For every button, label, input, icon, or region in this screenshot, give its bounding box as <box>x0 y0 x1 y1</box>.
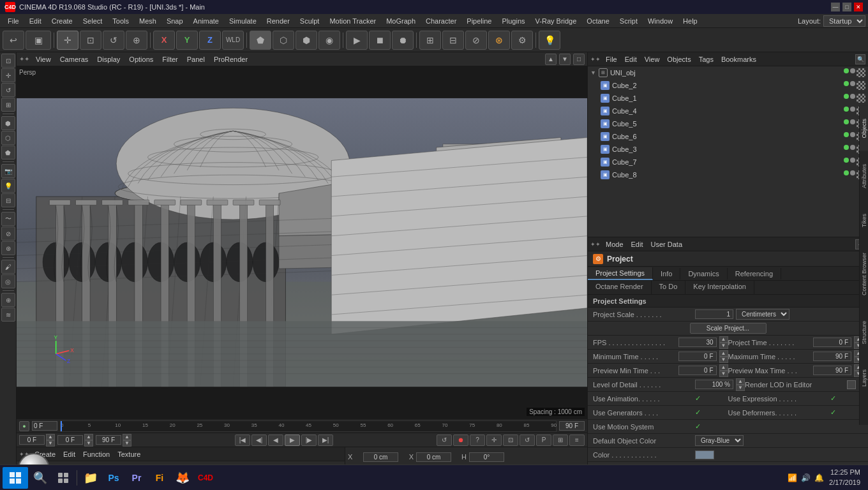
obj-item-cube1[interactable]: ▣ Cube_1 <box>598 92 868 105</box>
mintime-down[interactable]: ▼ <box>719 357 728 363</box>
menu-octane[interactable]: Octane <box>581 16 614 26</box>
viewport-prorender-menu[interactable]: ProRender <box>211 56 250 63</box>
network-icon[interactable]: 📶 <box>788 473 797 482</box>
lod-up[interactable]: ▲ <box>736 378 745 385</box>
close-button[interactable]: ✕ <box>854 3 863 11</box>
rs-tab-attributes[interactable]: Attributes <box>860 151 868 201</box>
render-dot-cube8[interactable] <box>850 170 855 175</box>
vis-dot-cube1[interactable] <box>844 94 849 99</box>
current-frame-input[interactable] <box>19 435 45 445</box>
attr-max-time-input[interactable] <box>813 352 851 361</box>
attr-tab-referencing[interactable]: Referencing <box>728 268 781 279</box>
attr-lod-input[interactable] <box>695 380 733 389</box>
play-button[interactable]: ▶ <box>346 31 368 50</box>
menu-edit[interactable]: Edit <box>24 16 47 26</box>
vis-dot-cube3[interactable] <box>844 145 849 150</box>
taskbar-pr-icon[interactable]: Pr <box>126 467 147 489</box>
range-end-input[interactable] <box>96 435 121 445</box>
extra-btn-4[interactable]: P <box>536 434 551 446</box>
obj-file-menu[interactable]: File <box>603 56 620 63</box>
left-tb-deform[interactable]: ⊛ <box>1 241 15 255</box>
render-dot-cube4[interactable] <box>850 107 855 112</box>
mat-function-menu[interactable]: Function <box>80 450 112 458</box>
notification-icon[interactable]: 🔔 <box>814 473 824 482</box>
attr-tab-dynamics[interactable]: Dynamics <box>680 268 727 279</box>
obj-item-uni[interactable]: ▼ ⊞ UNI_obj <box>588 66 868 79</box>
left-tb-nurbs[interactable]: ⊘ <box>1 226 15 241</box>
attr-tab-todo[interactable]: To Do <box>652 281 686 294</box>
select-tool-button[interactable]: ⊕ <box>126 31 147 50</box>
step-back-button[interactable]: ◀| <box>251 434 267 446</box>
points-mode-button[interactable]: ⬟ <box>250 31 271 50</box>
rotate-tool-button[interactable]: ↺ <box>103 31 124 50</box>
viewport-filter-menu[interactable]: Filter <box>160 56 180 63</box>
obj-item-cube6[interactable]: ▣ Cube_6 <box>598 130 868 143</box>
viewport-nav-up[interactable]: ▲ <box>545 54 557 65</box>
menu-tools[interactable]: Tools <box>107 16 134 26</box>
menu-vray[interactable]: V-Ray Bridge <box>530 16 582 26</box>
menu-create[interactable]: Create <box>47 16 78 26</box>
render-dot-cube6[interactable] <box>850 132 855 137</box>
render-dot-cube2[interactable] <box>850 81 855 86</box>
left-tb-move[interactable]: ✛ <box>1 68 15 82</box>
axis-z-button[interactable]: Z <box>199 31 221 50</box>
left-tb-camera[interactable]: 📷 <box>1 164 15 178</box>
taskbar-firefox-icon[interactable]: 🦊 <box>172 467 193 489</box>
go-end-button[interactable]: ▶| <box>318 434 333 446</box>
attr-project-scale-unit[interactable]: Centimeters <box>736 309 789 320</box>
taskbar-fi-icon[interactable]: Fi <box>149 467 170 489</box>
viewport-view-menu[interactable]: View <box>33 56 54 63</box>
render-button[interactable]: ⊛ <box>488 31 510 50</box>
keyframe-record[interactable]: ● <box>19 421 29 431</box>
attr-tab-info[interactable]: Info <box>653 268 680 279</box>
vis-dot-cube5[interactable] <box>844 119 849 124</box>
menu-help[interactable]: Help <box>678 16 703 26</box>
rs-tab-tikes[interactable]: Tikes <box>860 201 868 240</box>
obj-tags-menu[interactable]: Tags <box>696 56 716 63</box>
extra-btn-5[interactable]: ⊞ <box>553 434 568 446</box>
workplane-button[interactable]: ⊘ <box>465 31 487 50</box>
taskbar-explorer-icon[interactable]: 📁 <box>80 467 101 489</box>
render-dot-cube7[interactable] <box>850 158 855 163</box>
menu-motion-tracker[interactable]: Motion Tracker <box>324 16 381 26</box>
record-button[interactable]: ⏺ <box>392 31 414 50</box>
viewport-panel-menu[interactable]: Panel <box>184 56 207 63</box>
menu-window[interactable]: Window <box>643 16 678 26</box>
menu-simulate[interactable]: Simulate <box>224 16 262 26</box>
prevmin-down[interactable]: ▼ <box>719 371 728 377</box>
left-tb-sculpt[interactable]: ◎ <box>1 274 15 288</box>
obj-item-cube7[interactable]: ▣ Cube_7 <box>598 156 868 168</box>
viewport-display-menu[interactable]: Display <box>94 56 123 63</box>
extra-btn-2[interactable]: ⊡ <box>503 434 518 446</box>
menu-snap[interactable]: Snap <box>161 16 188 26</box>
menu-plugins[interactable]: Plugins <box>497 16 530 26</box>
extra-btn-1[interactable]: ✛ <box>486 434 502 446</box>
vis-dot-cube2[interactable] <box>844 81 849 86</box>
left-tb-poly[interactable]: ⬢ <box>1 116 15 130</box>
left-tb-rotate[interactable]: ↺ <box>1 83 15 97</box>
rs-tab-structure[interactable]: Structure <box>860 308 868 357</box>
mintime-up[interactable]: ▲ <box>719 350 728 357</box>
left-tb-scale[interactable]: ⊞ <box>1 98 15 112</box>
render-preview-button[interactable]: ▣ <box>26 31 51 50</box>
taskbar-search-icon[interactable]: 🔍 <box>29 467 51 489</box>
left-tb-edge[interactable]: ⬡ <box>1 131 15 145</box>
stop-button[interactable]: ⏹ <box>369 31 391 50</box>
vis-dot-cube8[interactable] <box>844 170 849 175</box>
record-active-button[interactable]: ⏺ <box>453 434 468 446</box>
light-button[interactable]: 💡 <box>539 31 560 50</box>
volume-icon[interactable]: 🔊 <box>801 473 811 482</box>
menu-select[interactable]: Select <box>78 16 108 26</box>
start-button[interactable] <box>3 467 28 489</box>
edges-mode-button[interactable]: ⬡ <box>273 31 294 50</box>
mat-checker-cube1[interactable] <box>857 94 865 103</box>
left-tb-paint[interactable]: 🖌 <box>1 260 15 274</box>
snap-button[interactable]: ⊞ <box>419 31 441 50</box>
range-start-down[interactable]: ▼ <box>84 440 93 447</box>
minimize-button[interactable]: — <box>831 3 840 11</box>
vis-dot-uni[interactable] <box>844 68 849 73</box>
obj-item-cube2[interactable]: ▣ Cube_2 <box>598 79 868 92</box>
render-dot-cube5[interactable] <box>850 119 855 124</box>
menu-sculpt[interactable]: Sculpt <box>295 16 325 26</box>
grid-button[interactable]: ⊟ <box>442 31 464 50</box>
